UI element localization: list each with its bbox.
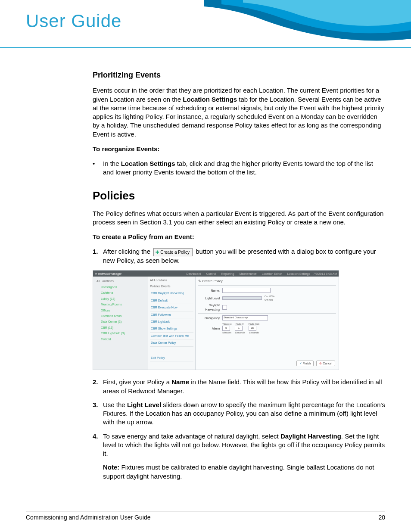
- list-item: CBR Evacuate Now: [150, 304, 193, 311]
- list-item: CBR Daylight Harvesting: [150, 290, 193, 297]
- page-footer: Commissioning and Administration User Gu…: [26, 511, 385, 521]
- page-header: User Guide: [0, 0, 411, 48]
- list-item: Data Center Policy: [150, 339, 193, 346]
- para-events-priority: Events occur in the order that they are …: [93, 86, 385, 139]
- list-item: Meeting Rooms: [95, 302, 146, 307]
- list-item: CBR Followme: [150, 311, 193, 318]
- list-item: Data Center (3): [95, 319, 146, 324]
- ss-datetime: 7/9/2013 8:08 AM: [313, 272, 337, 276]
- ss-nav-dashboard: Dashboard: [186, 272, 201, 276]
- ss-nav-location-settings: Location Settings: [287, 272, 310, 276]
- ss-nav-control: Control: [206, 272, 216, 276]
- ss-sidebar: All Locations Unassigned Cafeteria Lobby…: [93, 277, 148, 370]
- ss-cancel-button: ⊘Cancel: [316, 361, 335, 366]
- ss-nav-maintenance: Maintenance: [240, 272, 257, 276]
- step-1: 1. After clicking the ✚Create a Policy b…: [93, 247, 385, 265]
- list-item: Cafeteria: [95, 290, 146, 296]
- ss-finish-button: ✓Finish: [296, 361, 314, 366]
- list-item: Unassigned: [95, 284, 146, 290]
- list-item: Common Areas: [95, 313, 146, 319]
- ss-dialog: ✎ Create Policy Name: Light Level On: 85…: [196, 277, 339, 370]
- step-2: 2. First, give your Policy a Name in the…: [93, 378, 385, 395]
- list-item: Lobby (13): [95, 296, 146, 302]
- list-item: CBR Show Settings: [150, 325, 193, 332]
- ss-light-slider: [222, 296, 262, 300]
- heading-prioritizing-events: Prioritizing Events: [93, 70, 385, 80]
- ss-nav-location-editor: Location Editor: [262, 272, 282, 276]
- heading-policies: Policies: [93, 188, 385, 203]
- bullet-reorganize: • In the Location Settings tab, click an…: [93, 159, 385, 177]
- screenshot-create-policy: ✳ redwoodmanager Dashboard Control Repor…: [93, 270, 339, 370]
- header-title: User Guide: [26, 11, 121, 31]
- ss-occupancy-select: Standard Occupancy: [222, 315, 268, 320]
- list-item: CBR Lightbulb: [150, 318, 193, 325]
- ss-name-input: [222, 288, 271, 293]
- bullet-icon: •: [93, 159, 103, 177]
- subhead-create-policy: To create a Policy from an Event:: [93, 233, 385, 241]
- step-4: 4. To save energy and take advantage of …: [93, 432, 385, 481]
- list-item: Offices: [95, 308, 146, 313]
- create-policy-button[interactable]: ✚Create a Policy: [153, 248, 193, 257]
- content-area: Prioritizing Events Events occur in the …: [0, 48, 411, 481]
- ss-nav-reporting: Reporting: [221, 272, 234, 276]
- ss-edit-policy: Edit Policy: [150, 355, 193, 361]
- ss-policy-list: All Locations Policies Events CBR Daylig…: [148, 277, 196, 370]
- list-item: CBR Default: [150, 297, 193, 304]
- para-policy-def: The Policy defines what occurs when a pa…: [93, 209, 385, 227]
- ss-dh-checkbox: [222, 305, 227, 310]
- ss-brand: ✳ redwoodmanager: [95, 272, 121, 276]
- subhead-reorganize: To reorganize Events:: [93, 145, 385, 153]
- list-item: Corridor Test with Follow Me: [150, 333, 193, 339]
- step-3: 3. Use the Light Level sliders down arro…: [93, 401, 385, 427]
- header-swoosh: [204, 0, 411, 47]
- list-item: Twilight: [95, 336, 146, 342]
- list-item: CBR Lightbulb (3): [95, 330, 146, 336]
- footer-title: Commissioning and Administration User Gu…: [26, 514, 150, 521]
- list-item: CBR (13): [95, 325, 146, 330]
- page-number: 20: [378, 514, 385, 521]
